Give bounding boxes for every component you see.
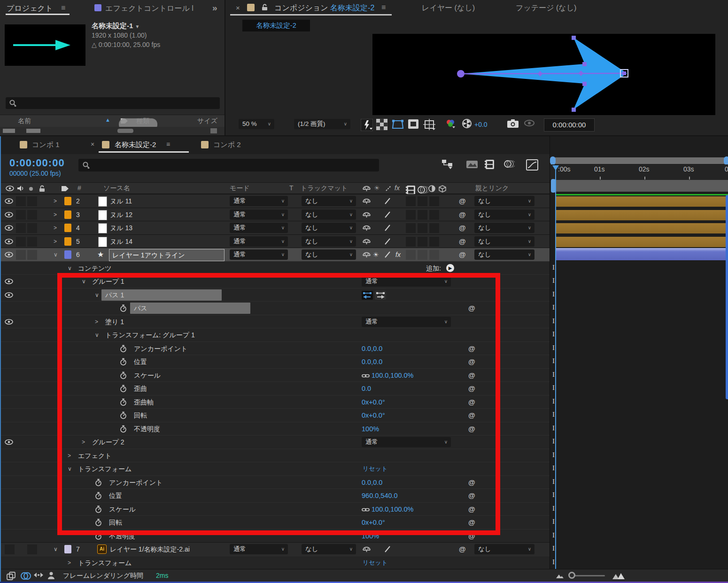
adjustment-column-icon[interactable]: [428, 185, 435, 192]
layer-label-color[interactable]: [64, 250, 71, 259]
show-snapshot-icon[interactable]: [524, 119, 534, 127]
snapshot-icon[interactable]: [507, 119, 519, 128]
property-row[interactable]: アンカーポイント0.0,0.0@: [1, 342, 550, 355]
property-twirl-icon[interactable]: >: [68, 449, 71, 463]
current-timecode[interactable]: 0:00:00:00: [9, 157, 65, 169]
property-row[interactable]: 回転0x+0.0°@: [1, 408, 550, 422]
property-blendmode-dropdown[interactable]: 通常∨: [362, 317, 451, 327]
column-parent-link[interactable]: 親とリンク: [475, 184, 509, 193]
composition-flowchart-icon[interactable]: [441, 159, 454, 170]
parent-pickwhip-icon[interactable]: @: [459, 235, 466, 249]
property-value[interactable]: 0.0,0.0: [362, 342, 382, 356]
contents-row[interactable]: ∨コンテンツ追加:▶: [1, 261, 550, 275]
tab-composition[interactable]: コンポジション 名称未設定-2: [274, 3, 374, 13]
property-label[interactable]: 不透明度: [109, 529, 135, 543]
property-value[interactable]: 960.0,540.0: [362, 489, 398, 503]
blend-mode-dropdown[interactable]: 通常∨: [230, 196, 288, 206]
property-twirl-icon[interactable]: >: [68, 556, 71, 570]
audio-column-icon[interactable]: [17, 185, 24, 192]
property-label[interactable]: 位置: [109, 489, 122, 503]
property-inpoint-marker[interactable]: I: [552, 438, 555, 445]
property-value[interactable]: 100.0,100.0%: [362, 503, 414, 516]
switch-checkbox[interactable]: [406, 250, 416, 260]
parent-link-dropdown[interactable]: なし∨: [474, 249, 534, 260]
panel-divider[interactable]: [225, 0, 225, 135]
shy-column-icon[interactable]: [363, 185, 371, 192]
property-label[interactable]: パス 1: [101, 289, 222, 301]
layer-label-color[interactable]: [64, 197, 71, 205]
collapse-column-icon[interactable]: ☀: [374, 184, 380, 192]
label-column-icon[interactable]: [61, 185, 69, 192]
column-name[interactable]: 名前: [18, 117, 31, 125]
solo-toggle[interactable]: [27, 250, 37, 260]
property-row[interactable]: 歪曲0.0@: [1, 381, 550, 395]
playhead-line[interactable]: [555, 165, 556, 569]
pickwhip-icon[interactable]: @: [468, 529, 475, 543]
property-inpoint-marker[interactable]: I: [552, 384, 555, 391]
property-value[interactable]: 0x+0.0°: [362, 516, 385, 529]
pickwhip-icon[interactable]: @: [468, 489, 475, 503]
work-area-bar[interactable]: [556, 180, 728, 192]
switch-checkbox[interactable]: [429, 237, 439, 247]
property-row[interactable]: 位置960.0,540.0@: [1, 489, 550, 502]
frame-blend-icon[interactable]: [485, 159, 495, 170]
tab-layer-viewer[interactable]: レイヤー (なし): [422, 3, 475, 13]
trackmatte-dropdown[interactable]: なし∨: [302, 223, 356, 233]
property-inpoint-marker[interactable]: I: [552, 411, 555, 418]
property-inpoint-marker[interactable]: I: [552, 398, 555, 405]
column-number[interactable]: #: [77, 184, 81, 192]
trackmatte-dropdown[interactable]: なし∨: [302, 210, 356, 220]
pickwhip-icon[interactable]: @: [468, 355, 475, 369]
exposure-value[interactable]: +0.0: [474, 121, 488, 128]
property-inpoint-marker[interactable]: I: [552, 331, 555, 338]
layer-twirl-icon[interactable]: >: [54, 208, 57, 222]
blend-mode-dropdown[interactable]: 通常∨: [230, 236, 288, 247]
channel-icon[interactable]: [445, 119, 456, 128]
property-inpoint-marker[interactable]: I: [552, 451, 555, 459]
pickwhip-icon[interactable]: @: [468, 476, 475, 490]
parent-link-dropdown[interactable]: なし∨: [474, 196, 534, 206]
time-ruler[interactable]: :00s01s02s03s0: [550, 164, 728, 180]
solo-toggle[interactable]: [27, 237, 37, 247]
switch-checkbox[interactable]: [418, 250, 427, 260]
layer-twirl-icon[interactable]: >: [54, 221, 57, 235]
tab-close-icon[interactable]: ×: [91, 140, 94, 148]
motion-blur-icon[interactable]: [503, 159, 515, 169]
solo-column-icon[interactable]: [29, 187, 33, 191]
property-value[interactable]: 0x+0.0°: [362, 396, 385, 409]
property-row[interactable]: パス@: [1, 301, 550, 315]
switch-checkbox[interactable]: [406, 237, 416, 247]
link-chain-icon[interactable]: [362, 373, 370, 378]
blend-mode-dropdown[interactable]: 通常∨: [230, 249, 288, 260]
pickwhip-icon[interactable]: @: [468, 516, 475, 529]
project-search-input[interactable]: [6, 97, 220, 109]
property-inpoint-marker[interactable]: I: [552, 344, 555, 351]
lock-column-icon[interactable]: [39, 185, 46, 192]
layer-name-edit-field[interactable]: レイヤー 1アウトライン: [109, 249, 225, 261]
tab-untitled-2[interactable]: 名称未設定-2: [115, 140, 156, 149]
pickwhip-icon[interactable]: @: [468, 302, 475, 315]
pickwhip-icon[interactable]: @: [468, 422, 475, 436]
layer-name[interactable]: ヌル 11: [110, 194, 132, 208]
audio-toggle[interactable]: [16, 250, 26, 260]
property-twirl-icon[interactable]: >: [95, 315, 98, 329]
collapse-transforms-icon[interactable]: ☀: [373, 248, 379, 262]
property-row[interactable]: >エフェクト: [1, 449, 550, 462]
trackmatte-dropdown[interactable]: なし∨: [302, 544, 356, 554]
blend-mode-dropdown[interactable]: 通常∨: [230, 223, 288, 233]
property-twirl-icon[interactable]: ∨: [82, 275, 86, 288]
solo-toggle[interactable]: [27, 223, 37, 233]
project-panel-menu-icon[interactable]: ≡: [61, 4, 65, 12]
layer-twirl-icon[interactable]: >: [54, 194, 57, 208]
property-row[interactable]: スケール100.0,100.0%@: [1, 502, 550, 516]
audio-toggle[interactable]: [16, 237, 26, 247]
property-inpoint-marker[interactable]: I: [552, 425, 555, 432]
property-label[interactable]: パス: [130, 303, 250, 314]
blend-mode-dropdown[interactable]: 通常∨: [230, 544, 288, 554]
property-row[interactable]: 位置0.0,0.0@: [1, 355, 550, 368]
property-inpoint-marker[interactable]: I: [552, 491, 555, 498]
property-inpoint-marker[interactable]: I: [552, 277, 555, 284]
blend-circles-icon[interactable]: [21, 572, 31, 580]
contents-label[interactable]: コンテンツ: [78, 262, 112, 275]
switch-checkbox[interactable]: [406, 196, 416, 206]
